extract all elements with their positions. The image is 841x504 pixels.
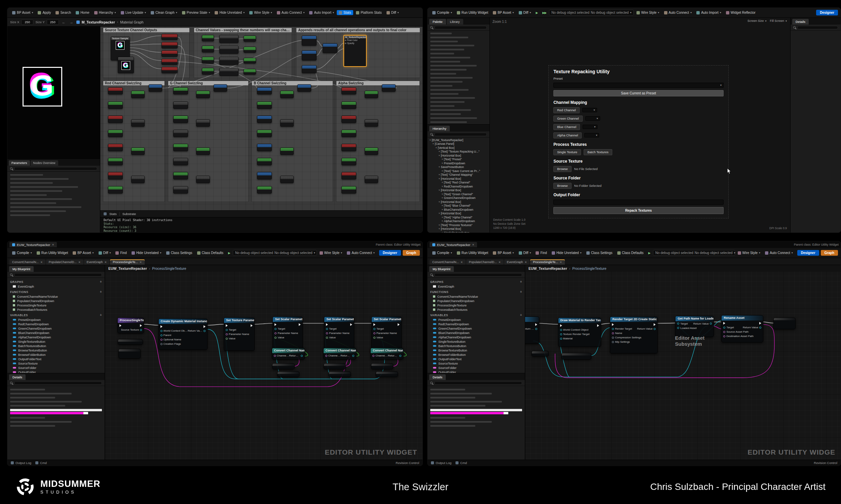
search-input[interactable] <box>434 26 487 29</box>
toolbar-item-run-utility-widget[interactable]: Run Utility Widget <box>35 250 70 255</box>
toolbar-item-class-defaults[interactable]: Class Defaults <box>195 250 225 255</box>
alpha-channel-label[interactable]: Alpha Channel <box>553 132 582 139</box>
list-row[interactable] <box>428 92 490 96</box>
hierarchy-item-horizontal-box[interactable]: ▾[Horizontal Box] <box>428 177 490 181</box>
node-mini[interactable] <box>118 349 141 359</box>
hierarchy-item-horizontal-box[interactable]: ▾[Horizontal Box] <box>428 212 490 216</box>
material-node[interactable] <box>108 130 123 137</box>
palette-search[interactable] <box>428 24 490 31</box>
tab-details[interactable]: Details <box>792 19 809 24</box>
material-node[interactable] <box>213 84 227 92</box>
material-node[interactable] <box>219 35 239 43</box>
material-node[interactable] <box>243 58 256 64</box>
node-set-scalar-parameter-value[interactable]: Set Scalar Parameter ValueTargetParamete… <box>273 317 303 352</box>
list-item-greenchanneldropdown[interactable]: GreenChannelDropdown <box>7 326 105 331</box>
designer-mode-button[interactable]: Designer <box>816 10 838 16</box>
detail-row[interactable] <box>430 392 522 395</box>
close-icon[interactable]: ✕ <box>40 261 43 264</box>
graph-tab-processsinglete[interactable]: ProcessSingleTe...✕ <box>530 259 565 265</box>
node-mini[interactable] <box>532 351 549 357</box>
tab-hierarchy[interactable]: Hierarchy <box>429 126 450 131</box>
material-node-m-texturerepacker[interactable]: M_TextureRepackerFinal ColorOpacity <box>343 35 367 67</box>
list-row[interactable] <box>7 193 100 197</box>
material-node[interactable] <box>219 68 239 76</box>
toolbar-item-diff[interactable]: Diff▾ <box>517 250 533 255</box>
hierarchy-item-euw-texturerepacker[interactable]: ▾[EUW_TextureRepacker] <box>428 138 490 142</box>
details-search[interactable] <box>428 380 525 386</box>
browse-folder-button[interactable]: Browse <box>553 183 571 189</box>
list-row[interactable] <box>7 213 100 217</box>
list-row[interactable] <box>428 84 490 88</box>
node-mini[interactable]: Return Value <box>525 317 539 344</box>
material-node[interactable] <box>108 102 123 109</box>
substrate-tab[interactable]: Substrate <box>122 212 136 216</box>
hierarchy-item-text-blue-channel[interactable]: ▾[Text] "Blue Channel" <box>428 204 490 208</box>
graph-tab-convertchanneln[interactable]: ConvertChannelN...✕ <box>430 259 466 265</box>
material-node[interactable] <box>173 115 188 123</box>
node-get-path-name-for-loaded-asset[interactable]: Get Path Name for Loaded AssetTargetRetu… <box>675 316 714 337</box>
designer-button[interactable]: Designer <box>379 250 401 256</box>
search-input[interactable] <box>434 133 487 136</box>
material-node[interactable] <box>243 36 256 42</box>
list-item-processsingletexture[interactable]: ProcessSingleTexture <box>428 303 525 307</box>
hierarchy-item-greenchanneldropdown[interactable]: ▾GreenChannelDropdown <box>428 196 490 200</box>
toolbar-item-diff[interactable]: Diff▾ <box>97 250 113 255</box>
list-row[interactable] <box>428 39 490 43</box>
detail-row[interactable] <box>10 388 102 392</box>
detail-row[interactable] <box>430 420 522 424</box>
list-item-greenchanneldropdown[interactable]: GreenChannelDropdown <box>428 326 525 331</box>
color-value-bar[interactable] <box>430 409 522 411</box>
toolbar-item-preview-state[interactable]: Preview State▾ <box>180 10 212 15</box>
list-item-sourcetexture[interactable]: SourceTexture <box>428 361 525 365</box>
toolbar-item-stats[interactable]: Stats <box>337 10 353 15</box>
list-row[interactable] <box>428 55 490 59</box>
list-row[interactable] <box>7 205 100 209</box>
breadcrumb-asset[interactable]: EUW_TextureRepacker <box>529 267 567 270</box>
list-row[interactable] <box>428 120 490 124</box>
breadcrumb-asset[interactable]: EUW_TextureRepacker <box>108 267 147 270</box>
material-node[interactable] <box>302 50 316 60</box>
search-input[interactable] <box>797 26 838 29</box>
toolbar-item-run-utility-widget[interactable]: Run Utility Widget <box>455 250 490 255</box>
close-icon[interactable]: ✕ <box>79 261 81 264</box>
graph-button[interactable]: Graph <box>403 250 420 256</box>
toolbar-item-find[interactable]: Find <box>534 250 549 255</box>
material-node[interactable] <box>341 102 356 109</box>
hierarchy-item-text-alpha-channel[interactable]: ▾[Text] "Alpha Channel" <box>428 215 490 219</box>
list-item-sourcetexture[interactable]: SourceTexture <box>7 361 105 365</box>
node-mini[interactable] <box>329 371 351 377</box>
material-node[interactable] <box>302 36 316 46</box>
close-icon[interactable]: ✕ <box>472 243 474 246</box>
breadcrumb-page[interactable]: Material Graph <box>120 20 143 24</box>
material-node[interactable] <box>161 67 178 73</box>
graph-tab-eventgraph[interactable]: EventGraph✕ <box>504 259 530 265</box>
material-node[interactable] <box>280 119 294 127</box>
play-button[interactable]: ▶ <box>646 251 652 255</box>
single-texture-button[interactable]: Single Texture <box>553 149 581 155</box>
node-render-target-2d-create-static-texture-2d-editor-only[interactable]: Render Target 2D Create Static Texture 2… <box>610 317 658 354</box>
list-row[interactable] <box>428 59 490 64</box>
toolbar-item-no-debug-object-selected[interactable]: No debug object selectedNo debug object … <box>549 10 634 16</box>
list-row[interactable] <box>428 35 490 39</box>
detail-row[interactable] <box>10 416 102 420</box>
search-input[interactable] <box>14 167 97 170</box>
list-item-redchanneldropdown[interactable]: RedChannelDropdown <box>7 322 105 326</box>
list-row[interactable] <box>7 189 100 193</box>
hierarchy-item-text-green-channel[interactable]: ▾[Text] "Green Channel" <box>428 192 490 196</box>
tab-palette[interactable]: Palette <box>429 19 446 24</box>
tab-my-blueprint[interactable]: My Blueprint <box>429 266 454 272</box>
toolbar-item-widget-reflector[interactable]: Widget Reflector <box>724 10 758 15</box>
forward-icon[interactable]: → <box>69 20 74 24</box>
material-node[interactable] <box>382 84 395 92</box>
detail-row[interactable] <box>10 395 102 399</box>
toolbar-item-compile[interactable]: Compile▾ <box>430 250 454 255</box>
detail-row[interactable] <box>430 403 522 408</box>
material-node[interactable] <box>202 68 214 75</box>
material-node[interactable] <box>173 172 188 179</box>
toolbar-item-hide-unrelated[interactable]: Hide Unrelated▾ <box>130 250 164 255</box>
details-search[interactable] <box>7 380 105 386</box>
list-row[interactable] <box>428 47 490 51</box>
size-x-input[interactable]: 250 <box>21 19 33 25</box>
toolbar-item-wire-style[interactable]: Wire Style▾ <box>317 250 344 255</box>
fill-screen-dropdown[interactable]: Fill Screen▾ <box>770 19 787 22</box>
